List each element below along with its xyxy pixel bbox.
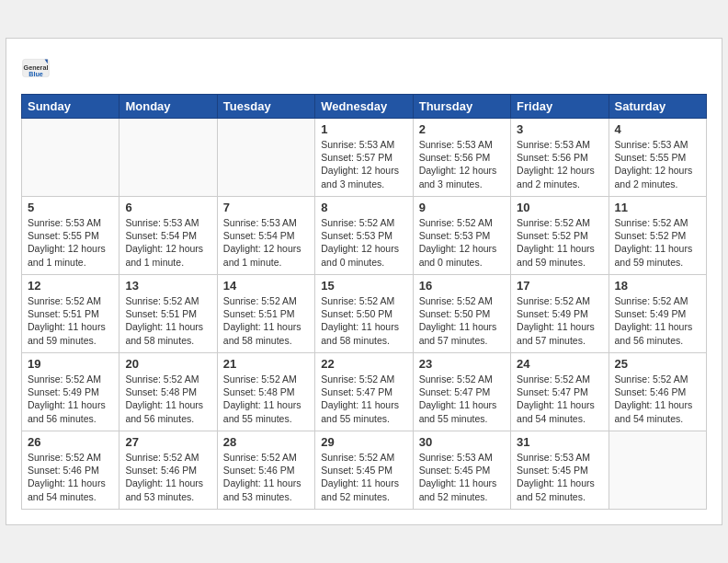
calendar-body: 1Sunrise: 5:53 AM Sunset: 5:57 PM Daylig…	[22, 119, 707, 510]
calendar-day-cell: 24Sunrise: 5:52 AM Sunset: 5:47 PM Dayli…	[511, 353, 609, 431]
day-info: Sunrise: 5:52 AM Sunset: 5:48 PM Dayligh…	[125, 373, 210, 425]
day-info: Sunrise: 5:52 AM Sunset: 5:50 PM Dayligh…	[419, 294, 505, 347]
day-number: 15	[321, 279, 406, 293]
day-info: Sunrise: 5:53 AM Sunset: 5:45 PM Dayligh…	[517, 451, 602, 503]
day-info: Sunrise: 5:53 AM Sunset: 5:54 PM Dayligh…	[223, 216, 309, 269]
calendar-day-cell: 26Sunrise: 5:52 AM Sunset: 5:46 PM Dayli…	[22, 431, 119, 510]
calendar-day-cell	[217, 119, 314, 197]
day-info: Sunrise: 5:52 AM Sunset: 5:51 PM Dayligh…	[125, 294, 210, 347]
calendar-day-cell: 21Sunrise: 5:52 AM Sunset: 5:48 PM Dayli…	[217, 353, 314, 431]
calendar-day-cell: 18Sunrise: 5:52 AM Sunset: 5:49 PM Dayli…	[609, 275, 706, 353]
day-number: 20	[125, 357, 210, 371]
calendar-day-cell: 4Sunrise: 5:53 AM Sunset: 5:55 PM Daylig…	[609, 119, 706, 197]
calendar-day-cell: 31Sunrise: 5:53 AM Sunset: 5:45 PM Dayli…	[511, 431, 609, 510]
day-number: 29	[321, 435, 406, 449]
day-number: 18	[615, 279, 700, 293]
calendar-day-cell: 17Sunrise: 5:52 AM Sunset: 5:49 PM Dayli…	[511, 275, 609, 353]
calendar-day-cell: 20Sunrise: 5:52 AM Sunset: 5:48 PM Dayli…	[119, 353, 217, 431]
day-number: 14	[223, 279, 309, 293]
day-info: Sunrise: 5:52 AM Sunset: 5:53 PM Dayligh…	[419, 216, 505, 269]
calendar-day-cell: 6Sunrise: 5:53 AM Sunset: 5:54 PM Daylig…	[119, 197, 217, 275]
calendar-day-cell: 13Sunrise: 5:52 AM Sunset: 5:51 PM Dayli…	[119, 275, 217, 353]
day-number: 1	[321, 122, 406, 136]
day-number: 25	[615, 357, 700, 371]
day-info: Sunrise: 5:52 AM Sunset: 5:49 PM Dayligh…	[517, 294, 602, 347]
day-number: 23	[419, 357, 505, 371]
calendar-day-cell: 7Sunrise: 5:53 AM Sunset: 5:54 PM Daylig…	[217, 197, 314, 275]
day-number: 12	[28, 279, 113, 293]
day-info: Sunrise: 5:53 AM Sunset: 5:55 PM Dayligh…	[615, 138, 700, 190]
day-info: Sunrise: 5:53 AM Sunset: 5:45 PM Dayligh…	[419, 451, 505, 503]
day-number: 7	[223, 201, 309, 214]
calendar-header: General Blue	[21, 53, 707, 83]
day-number: 17	[517, 279, 602, 293]
day-info: Sunrise: 5:53 AM Sunset: 5:56 PM Dayligh…	[419, 138, 505, 190]
calendar-day-cell	[22, 119, 119, 197]
day-number: 27	[125, 435, 210, 449]
day-info: Sunrise: 5:52 AM Sunset: 5:46 PM Dayligh…	[125, 451, 210, 503]
day-number: 6	[125, 201, 210, 214]
day-number: 31	[517, 435, 602, 449]
day-info: Sunrise: 5:52 AM Sunset: 5:48 PM Dayligh…	[223, 373, 309, 425]
day-number: 9	[419, 201, 505, 214]
calendar-table: SundayMondayTuesdayWednesdayThursdayFrid…	[21, 94, 707, 510]
day-info: Sunrise: 5:52 AM Sunset: 5:50 PM Dayligh…	[321, 294, 406, 347]
weekday-header-cell: Wednesday	[315, 95, 413, 119]
day-number: 19	[28, 357, 113, 371]
calendar-day-cell	[119, 119, 217, 197]
calendar-day-cell: 29Sunrise: 5:52 AM Sunset: 5:45 PM Dayli…	[315, 431, 413, 510]
weekday-header-cell: Saturday	[609, 95, 706, 119]
calendar-day-cell	[609, 431, 706, 510]
calendar-day-cell: 27Sunrise: 5:52 AM Sunset: 5:46 PM Dayli…	[119, 431, 217, 510]
day-number: 22	[321, 357, 406, 371]
calendar-day-cell: 15Sunrise: 5:52 AM Sunset: 5:50 PM Dayli…	[315, 275, 413, 353]
calendar-week-row: 5Sunrise: 5:53 AM Sunset: 5:55 PM Daylig…	[22, 197, 707, 275]
calendar-day-cell: 2Sunrise: 5:53 AM Sunset: 5:56 PM Daylig…	[413, 119, 510, 197]
calendar-week-row: 1Sunrise: 5:53 AM Sunset: 5:57 PM Daylig…	[22, 119, 707, 197]
weekday-header-cell: Thursday	[413, 95, 510, 119]
day-number: 21	[223, 357, 309, 371]
day-info: Sunrise: 5:52 AM Sunset: 5:47 PM Dayligh…	[419, 373, 505, 425]
day-number: 3	[517, 122, 602, 136]
calendar-day-cell: 30Sunrise: 5:53 AM Sunset: 5:45 PM Dayli…	[413, 431, 510, 510]
day-info: Sunrise: 5:52 AM Sunset: 5:52 PM Dayligh…	[517, 216, 602, 269]
calendar-day-cell: 9Sunrise: 5:52 AM Sunset: 5:53 PM Daylig…	[413, 197, 510, 275]
calendar-day-cell: 12Sunrise: 5:52 AM Sunset: 5:51 PM Dayli…	[22, 275, 119, 353]
logo: General Blue	[21, 53, 51, 83]
day-number: 5	[28, 201, 113, 214]
day-info: Sunrise: 5:52 AM Sunset: 5:45 PM Dayligh…	[321, 451, 406, 503]
day-number: 16	[419, 279, 505, 293]
day-number: 8	[321, 201, 406, 214]
calendar-week-row: 12Sunrise: 5:52 AM Sunset: 5:51 PM Dayli…	[22, 275, 707, 353]
day-info: Sunrise: 5:52 AM Sunset: 5:51 PM Dayligh…	[223, 294, 309, 347]
day-info: Sunrise: 5:53 AM Sunset: 5:55 PM Dayligh…	[28, 216, 113, 269]
day-info: Sunrise: 5:52 AM Sunset: 5:47 PM Dayligh…	[321, 373, 406, 425]
day-number: 11	[615, 201, 700, 214]
calendar-day-cell: 5Sunrise: 5:53 AM Sunset: 5:55 PM Daylig…	[22, 197, 119, 275]
calendar-week-row: 26Sunrise: 5:52 AM Sunset: 5:46 PM Dayli…	[22, 431, 707, 510]
calendar-day-cell: 10Sunrise: 5:52 AM Sunset: 5:52 PM Dayli…	[511, 197, 609, 275]
calendar-week-row: 19Sunrise: 5:52 AM Sunset: 5:49 PM Dayli…	[22, 353, 707, 431]
day-info: Sunrise: 5:52 AM Sunset: 5:49 PM Dayligh…	[28, 373, 113, 425]
weekday-header-cell: Friday	[511, 95, 609, 119]
day-info: Sunrise: 5:52 AM Sunset: 5:47 PM Dayligh…	[517, 373, 602, 425]
day-info: Sunrise: 5:52 AM Sunset: 5:49 PM Dayligh…	[615, 294, 700, 347]
weekday-header-cell: Sunday	[22, 95, 119, 119]
calendar-day-cell: 28Sunrise: 5:52 AM Sunset: 5:46 PM Dayli…	[217, 431, 314, 510]
day-number: 28	[223, 435, 309, 449]
weekday-header-cell: Tuesday	[217, 95, 314, 119]
logo-icon: General Blue	[21, 53, 51, 83]
calendar-day-cell: 8Sunrise: 5:52 AM Sunset: 5:53 PM Daylig…	[315, 197, 413, 275]
calendar-container: General Blue SundayMondayTuesdayWednesda…	[6, 38, 722, 525]
calendar-day-cell: 22Sunrise: 5:52 AM Sunset: 5:47 PM Dayli…	[315, 353, 413, 431]
day-number: 4	[615, 122, 700, 136]
day-number: 13	[125, 279, 210, 293]
weekday-header-cell: Monday	[119, 95, 217, 119]
calendar-day-cell: 25Sunrise: 5:52 AM Sunset: 5:46 PM Dayli…	[609, 353, 706, 431]
calendar-day-cell: 19Sunrise: 5:52 AM Sunset: 5:49 PM Dayli…	[22, 353, 119, 431]
day-info: Sunrise: 5:53 AM Sunset: 5:54 PM Dayligh…	[125, 216, 210, 269]
svg-text:Blue: Blue	[28, 70, 43, 78]
day-number: 30	[419, 435, 505, 449]
calendar-day-cell: 23Sunrise: 5:52 AM Sunset: 5:47 PM Dayli…	[413, 353, 510, 431]
day-info: Sunrise: 5:53 AM Sunset: 5:56 PM Dayligh…	[517, 138, 602, 190]
